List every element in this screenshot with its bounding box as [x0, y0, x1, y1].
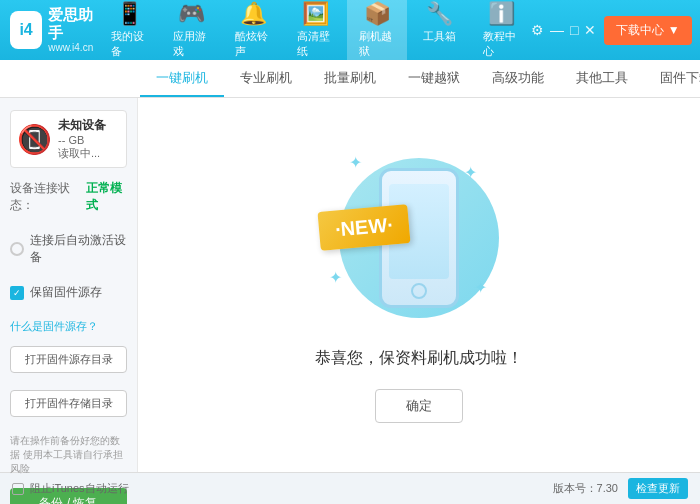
wallpaper-icon: 🖼️: [302, 1, 329, 27]
nav-item-ringtones[interactable]: 🔔 酷炫铃声: [223, 0, 283, 65]
warning-text: 请在操作前备份好您的数据 使用本工具请自行承担风险: [10, 434, 127, 476]
itunes-checkbox[interactable]: [12, 483, 24, 495]
sparkle-icon-4: ✦: [474, 278, 487, 297]
sub-nav-jailbreak[interactable]: 一键越狱: [392, 60, 476, 97]
toolbox-icon: 🔧: [426, 1, 453, 27]
nav-item-app-games[interactable]: 🎮 应用游戏: [161, 0, 221, 65]
radio-button[interactable]: [10, 242, 24, 256]
firmware-help-link[interactable]: 什么是固件源存？: [10, 319, 127, 334]
nav-item-flash[interactable]: 📦 刷机越狱: [347, 0, 407, 65]
maximize-icon[interactable]: □: [570, 22, 578, 38]
sub-nav-firmware[interactable]: 固件下载: [644, 60, 700, 97]
check-update-button[interactable]: 检查更新: [628, 478, 688, 499]
device-phone-icon: 📵: [17, 123, 52, 156]
sparkle-icon-1: ✦: [349, 153, 362, 172]
sub-nav-one-click-flash[interactable]: 一键刷机: [140, 60, 224, 97]
logo-area: i4 爱思助手 www.i4.cn: [10, 6, 99, 54]
nav-label: 刷机越狱: [359, 29, 395, 59]
sparkle-icon-3: ✦: [329, 268, 342, 287]
content-area: ✦ ✦ ✦ ✦ ·NEW· 恭喜您，保资料刷机成功啦！ 确定: [138, 98, 700, 472]
phone-home-button: [411, 283, 427, 299]
nav-icons: 📱 我的设备 🎮 应用游戏 🔔 酷炫铃声 🖼️ 高清壁纸 📦 刷机越狱 🔧 工具…: [99, 0, 531, 65]
sub-nav: 一键刷机 专业刷机 批量刷机 一键越狱 高级功能 其他工具 固件下载: [0, 60, 700, 98]
sub-nav-other-tools[interactable]: 其他工具: [560, 60, 644, 97]
games-icon: 🎮: [178, 1, 205, 27]
sparkle-icon-2: ✦: [464, 163, 477, 182]
nav-item-wallpaper[interactable]: 🖼️ 高清壁纸: [285, 0, 345, 65]
sub-nav-advanced[interactable]: 高级功能: [476, 60, 560, 97]
tutorial-icon: ℹ️: [488, 1, 515, 27]
status-row: 设备连接状态： 正常模式: [10, 180, 127, 214]
nav-label: 工具箱: [423, 29, 456, 44]
nav-label: 高清壁纸: [297, 29, 333, 59]
sub-nav-pro-flash[interactable]: 专业刷机: [224, 60, 308, 97]
settings-icon[interactable]: ⚙: [531, 22, 544, 38]
confirm-button[interactable]: 确定: [375, 389, 463, 423]
flash-icon: 📦: [364, 1, 391, 27]
window-controls: ⚙ — □ ✕: [531, 22, 596, 38]
option-row-2[interactable]: 保留固件源存: [10, 284, 127, 301]
nav-label: 我的设备: [111, 29, 147, 59]
sub-nav-batch-flash[interactable]: 批量刷机: [308, 60, 392, 97]
logo-icon: i4: [10, 11, 42, 49]
main-area: 📵 未知设备 -- GB 读取中... 设备连接状态： 正常模式 连接后自动激活…: [0, 98, 700, 472]
option-row-1[interactable]: 连接后自动激活设备: [10, 232, 127, 266]
checkbox-firmware[interactable]: [10, 286, 24, 300]
top-bar: i4 爱思助手 www.i4.cn 📱 我的设备 🎮 应用游戏 🔔 酷炫铃声 🖼…: [0, 0, 700, 60]
version-area: 版本号：7.30 检查更新: [553, 478, 688, 499]
nav-label: 应用游戏: [173, 29, 209, 59]
logo-text: 爱思助手 www.i4.cn: [48, 6, 99, 54]
top-right: ⚙ — □ ✕ 下载中心 ▼: [531, 16, 692, 45]
status-section: 设备连接状态： 正常模式: [10, 180, 127, 220]
device-area: 📵 未知设备 -- GB 读取中...: [10, 110, 127, 168]
nav-item-my-device[interactable]: 📱 我的设备: [99, 0, 159, 65]
nav-item-tutorial[interactable]: ℹ️ 教程中心: [471, 0, 531, 65]
success-message: 恭喜您，保资料刷机成功啦！: [315, 348, 523, 369]
new-banner: ·NEW·: [317, 204, 410, 251]
nav-label: 教程中心: [483, 29, 519, 59]
nav-label: 酷炫铃声: [235, 29, 271, 59]
close-icon[interactable]: ✕: [584, 22, 596, 38]
device-icon: 📱: [116, 1, 143, 27]
open-storage-btn[interactable]: 打开固件存储目录: [10, 390, 127, 417]
download-button[interactable]: 下载中心 ▼: [604, 16, 691, 45]
open-firmware-btn[interactable]: 打开固件源存目录: [10, 346, 127, 373]
device-info: 未知设备 -- GB 读取中...: [58, 117, 106, 161]
phone-illustration: ✦ ✦ ✦ ✦ ·NEW·: [319, 148, 519, 328]
minimize-icon[interactable]: —: [550, 22, 564, 38]
ringtone-icon: 🔔: [240, 1, 267, 27]
sidebar: 📵 未知设备 -- GB 读取中... 设备连接状态： 正常模式 连接后自动激活…: [0, 98, 138, 472]
itunes-row: 阻止iTunes自动运行: [12, 481, 129, 496]
nav-item-toolbox[interactable]: 🔧 工具箱: [409, 0, 469, 65]
